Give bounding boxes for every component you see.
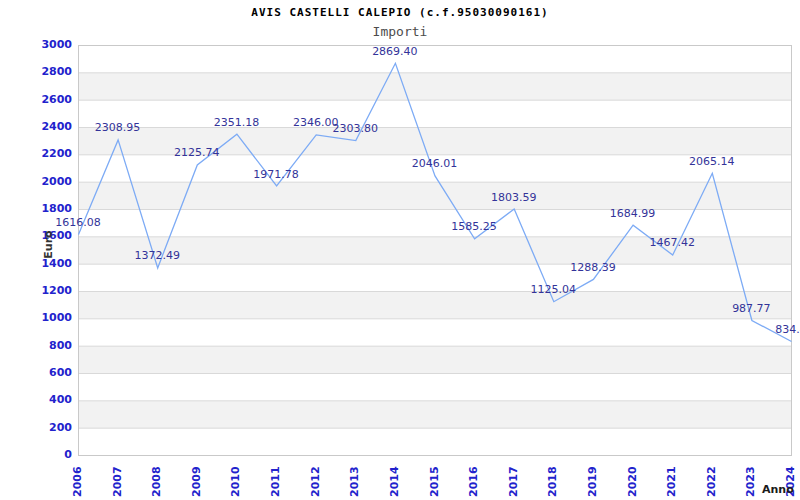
x-tick-label: 2018 <box>547 466 559 497</box>
y-tick-label: 2800 <box>30 66 72 78</box>
point-value-label: 834.4 <box>775 324 800 336</box>
point-value-label: 2308.95 <box>95 122 141 134</box>
point-value-label: 2303.80 <box>333 123 379 135</box>
y-tick-label: 2400 <box>30 121 72 133</box>
x-tick-label: 2014 <box>389 466 401 497</box>
background-band <box>79 73 792 100</box>
chart-title: AVIS CASTELLI CALEPIO (c.f.95030090161) <box>0 6 800 19</box>
x-tick-label: 2006 <box>72 466 84 497</box>
y-tick-label: 0 <box>30 449 72 461</box>
point-value-label: 1372.49 <box>134 250 180 262</box>
point-value-label: 1803.59 <box>491 192 537 204</box>
y-tick-label: 2000 <box>30 176 72 188</box>
point-value-label: 2869.40 <box>372 46 418 58</box>
y-axis-title: Euro <box>42 227 55 263</box>
x-tick-label: 2010 <box>230 466 242 497</box>
y-tick-label: 600 <box>30 367 72 379</box>
y-tick-label: 400 <box>30 394 72 406</box>
y-tick-label: 2600 <box>30 94 72 106</box>
x-tick-label: 2011 <box>270 466 282 497</box>
point-value-label: 1585.25 <box>451 221 497 233</box>
y-tick-label: 3000 <box>30 39 72 51</box>
y-tick-label: 2200 <box>30 148 72 160</box>
chart-canvas: AVIS CASTELLI CALEPIO (c.f.95030090161) … <box>0 0 800 500</box>
point-value-label: 2125.74 <box>174 147 220 159</box>
y-tick-label: 1200 <box>30 285 72 297</box>
chart-subtitle: Importi <box>0 24 800 39</box>
x-tick-label: 2016 <box>468 466 480 497</box>
background-band <box>79 346 792 373</box>
x-tick-label: 2013 <box>349 466 361 497</box>
x-tick-label: 2022 <box>706 466 718 497</box>
y-tick-label: 200 <box>30 422 72 434</box>
x-tick-label: 2020 <box>627 466 639 497</box>
y-tick-label: 1000 <box>30 312 72 324</box>
point-value-label: 1467.42 <box>649 237 695 249</box>
y-tick-label: 1800 <box>30 203 72 215</box>
x-tick-label: 2023 <box>745 466 757 497</box>
background-band <box>79 292 792 319</box>
point-value-label: 987.77 <box>732 303 771 315</box>
point-value-label: 1616.08 <box>55 217 101 229</box>
point-value-label: 1288.39 <box>570 262 616 274</box>
point-value-label: 2351.18 <box>214 117 260 129</box>
background-band <box>79 401 792 428</box>
point-value-label: 1971.78 <box>253 169 299 181</box>
x-tick-label: 2015 <box>429 466 441 497</box>
x-axis-title: Anno <box>762 483 794 496</box>
x-tick-label: 2021 <box>666 466 678 497</box>
point-value-label: 2065.14 <box>689 156 735 168</box>
y-tick-label: 800 <box>30 340 72 352</box>
x-tick-label: 2019 <box>587 466 599 497</box>
x-tick-label: 2009 <box>191 466 203 497</box>
x-tick-label: 2008 <box>151 466 163 497</box>
point-value-label: 1684.99 <box>610 208 656 220</box>
x-tick-label: 2017 <box>508 466 520 497</box>
plot-area <box>78 45 792 456</box>
point-value-label: 2046.01 <box>412 158 458 170</box>
x-tick-label: 2007 <box>112 466 124 497</box>
point-value-label: 1125.04 <box>531 284 577 296</box>
x-tick-label: 2012 <box>310 466 322 497</box>
